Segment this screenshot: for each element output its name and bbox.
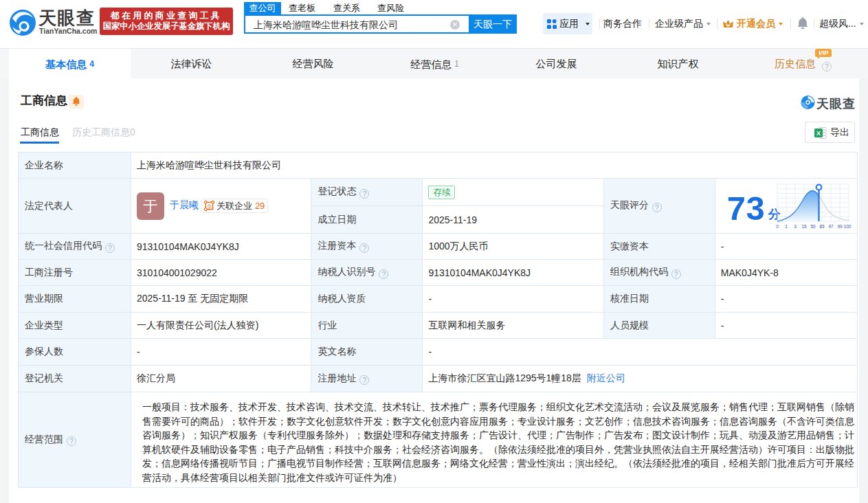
- svg-text:100: 100: [843, 224, 851, 229]
- svg-text:97: 97: [828, 224, 834, 229]
- svg-text:15: 15: [801, 224, 807, 229]
- svg-text:X: X: [816, 130, 821, 137]
- svg-text:0: 0: [776, 224, 779, 229]
- svg-text:企: 企: [207, 203, 212, 210]
- svg-text:99: 99: [837, 224, 843, 229]
- svg-text:50: 50: [810, 224, 816, 229]
- svg-text:85: 85: [819, 224, 825, 229]
- svg-text:1: 1: [785, 224, 788, 229]
- svg-text:3: 3: [794, 224, 797, 229]
